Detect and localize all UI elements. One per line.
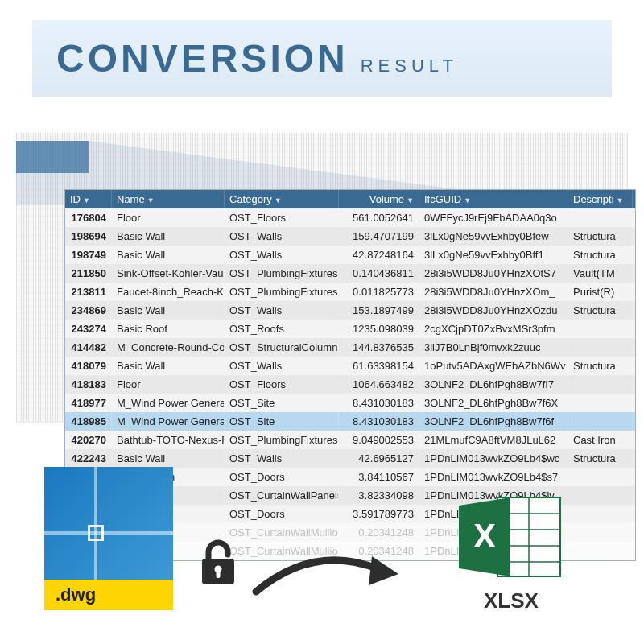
cell-ifc: 3lLx0gNe59vvExhby0Bff1	[419, 246, 568, 264]
cell-desc: Cast Iron	[568, 431, 633, 449]
cell-vol: 159.4707199	[339, 227, 419, 246]
cell-cat: OST_PlumbingFixtures	[225, 264, 339, 283]
cell-vol: 9.049002553	[339, 431, 419, 449]
cell-cat: OST_CurtainWallMullio	[225, 523, 339, 542]
cell-name: Basic Wall	[112, 227, 225, 246]
table-row[interactable]: 213811Faucet-8inch_Reach-KcOST_PlumbingF…	[65, 283, 635, 301]
cell-cat: OST_Roofs	[225, 320, 339, 338]
cell-desc: Structura	[568, 227, 633, 246]
xlsx-file-icon: X XLSX	[451, 491, 572, 613]
cell-name: Bathtub-TOTO-Nexus-F	[112, 431, 225, 449]
cell-id: 418183	[65, 375, 112, 394]
table-row[interactable]: 418079Basic WallOST_Walls61.633981541oPu…	[65, 357, 635, 375]
cell-vol: 153.1897499	[339, 301, 419, 320]
table-row[interactable]: 418985M_Wind Power GeneraOST_Site8.43103…	[65, 412, 635, 431]
cell-cat: OST_Floors	[225, 208, 339, 227]
cell-cat: OST_Doors	[225, 468, 339, 486]
header-name[interactable]: Name▼	[112, 190, 225, 208]
cell-desc: Structura	[568, 301, 633, 320]
cell-vol: 3.591789773	[339, 505, 419, 523]
table-row[interactable]: 176804FloorOST_Floors561.00526410WFFycJ9…	[65, 208, 635, 227]
cell-ifc: 21MLmufC9A8ftVM8JLuL62	[419, 431, 568, 449]
cell-ifc: 1oPutv5ADAxgWEbAZbN6Wv	[419, 357, 568, 375]
cell-vol: 1064.663482	[339, 375, 419, 394]
table-row[interactable]: 418183FloorOST_Floors1064.6634823OLNF2_D…	[65, 375, 635, 394]
cell-vol: 61.63398154	[339, 357, 419, 375]
svg-rect-3	[217, 570, 221, 578]
cell-ifc: 3OLNF2_DL6hfPgh8Bw7f6f	[419, 412, 568, 431]
cell-id: 198694	[65, 227, 112, 246]
cell-vol: 3.82334098	[339, 486, 419, 505]
cell-name: Faucet-8inch_Reach-Kc	[112, 283, 225, 301]
cell-desc: Vault(TM	[568, 264, 633, 283]
cell-vol: 144.8376535	[339, 338, 419, 357]
cell-ifc: 0WFFycJ9rEj9FbADAA0q3o	[419, 208, 568, 227]
header-description[interactable]: Descripti▼	[568, 190, 633, 208]
table-row[interactable]: 198749Basic WallOST_Walls42.872481643lLx…	[65, 246, 635, 264]
cell-cat: OST_Walls	[225, 357, 339, 375]
header-category[interactable]: Category▼	[225, 190, 339, 208]
cell-vol: 1235.098039	[339, 320, 419, 338]
cell-ifc: 3OLNF2_DL6hfPgh8Bw7f6X	[419, 394, 568, 412]
table-row[interactable]: 234869Basic WallOST_Walls153.189749928i3…	[65, 301, 635, 320]
cell-name: M_Concrete-Round-Co	[112, 338, 225, 357]
cell-desc	[568, 505, 633, 523]
cell-ifc: 28i3i5WDD8Ju0YHnzXOm_	[419, 283, 568, 301]
header-id[interactable]: ID▼	[65, 190, 112, 208]
cell-name: M_Wind Power Genera	[112, 394, 225, 412]
cell-vol: 8.431030183	[339, 412, 419, 431]
cell-cat: OST_PlumbingFixtures	[225, 431, 339, 449]
table-row[interactable]: 418977M_Wind Power GeneraOST_Site8.43103…	[65, 394, 635, 412]
table-row[interactable]: 414482M_Concrete-Round-CoOST_StructuralC…	[65, 338, 635, 357]
cell-id: 418079	[65, 357, 112, 375]
table-row[interactable]: 211850Sink-Offset-Kohler-VaulOST_Plumbin…	[65, 264, 635, 283]
arrow-icon	[250, 551, 402, 600]
svg-marker-4	[369, 556, 398, 585]
cell-ifc: 3lLx0gNe59vvExhby0Bfew	[419, 227, 568, 246]
cell-vol: 561.0052641	[339, 208, 419, 227]
cell-id: 420270	[65, 431, 112, 449]
cell-id: 213811	[65, 283, 112, 301]
cell-cat: OST_Walls	[225, 246, 339, 264]
cell-cat: OST_Walls	[225, 227, 339, 246]
cell-name: Sink-Offset-Kohler-Vaul	[112, 264, 225, 283]
table-header-row: ID▼ Name▼ Category▼ Volume▼ IfcGUID▼ Des…	[65, 190, 635, 208]
dwg-file-icon: .dwg	[44, 467, 173, 608]
cell-cat: OST_Walls	[225, 301, 339, 320]
cell-ifc: 3llJ7B0LnBjf0mvxk2zuuc	[419, 338, 568, 357]
table-row[interactable]: 420270Bathtub-TOTO-Nexus-FOST_PlumbingFi…	[65, 431, 635, 449]
header-volume[interactable]: Volume▼	[339, 190, 419, 208]
header-ifcguid[interactable]: IfcGUID▼	[419, 190, 568, 208]
cell-name: Basic Wall	[112, 357, 225, 375]
cell-name: Floor	[112, 375, 225, 394]
cell-ifc: 3OLNF2_DL6hfPgh8Bw7fI7	[419, 375, 568, 394]
xlsx-label: XLSX	[451, 588, 572, 613]
title-banner: CONVERSION RESULT	[32, 20, 612, 97]
cell-vol: 8.431030183	[339, 394, 419, 412]
cell-id: 176804	[65, 208, 112, 227]
cell-desc	[568, 542, 633, 560]
dwg-label: .dwg	[44, 580, 173, 610]
banner-subtitle: RESULT	[361, 56, 458, 76]
table-row[interactable]: 422243Basic WallOST_Walls42.69651271PDnL…	[65, 449, 635, 468]
cell-cat: OST_CurtainWallPanels	[225, 486, 339, 505]
cell-desc: Structura	[568, 357, 633, 375]
cell-id: 418977	[65, 394, 112, 412]
cell-name: Floor	[112, 208, 225, 227]
cell-cat: OST_Site	[225, 394, 339, 412]
cell-name: Basic Roof	[112, 320, 225, 338]
table-row[interactable]: 198694Basic WallOST_Walls159.47071993lLx…	[65, 227, 635, 246]
table-row[interactable]: 243274Basic RoofOST_Roofs1235.0980392cgX…	[65, 320, 635, 338]
cell-vol: 0.20341248	[339, 523, 419, 542]
cell-name: Basic Wall	[112, 246, 225, 264]
cell-desc	[568, 394, 633, 412]
cell-desc: Purist(R)	[568, 283, 633, 301]
cell-desc	[568, 468, 633, 486]
cell-cat: OST_Floors	[225, 375, 339, 394]
cell-name: Basic Wall	[112, 301, 225, 320]
cell-ifc: 2cgXCjpDT0ZxBvxMSr3pfm	[419, 320, 568, 338]
cell-desc	[568, 412, 633, 431]
cell-ifc: 1PDnLIM013wvkZO9Lb4$s7	[419, 468, 568, 486]
cell-desc	[568, 375, 633, 394]
cell-vol: 0.140436811	[339, 264, 419, 283]
